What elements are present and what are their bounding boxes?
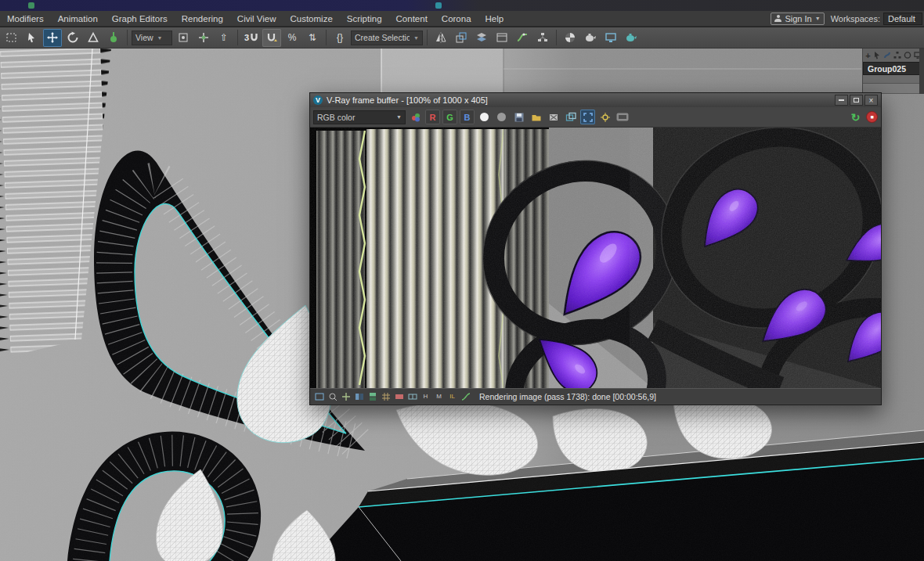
region-render-button[interactable] [580,110,595,124]
align-button[interactable] [452,29,471,47]
select-rotate-button[interactable] [63,29,82,47]
pixel-aspect-icon[interactable] [406,390,418,402]
menu-customize[interactable]: Customize [283,11,339,27]
use-pivot-center-button[interactable] [174,29,193,47]
maximize-button[interactable] [850,95,863,106]
tab-hierarchy-icon[interactable] [893,51,901,60]
tab-modify-icon[interactable] [883,51,891,60]
tab-motion-icon[interactable] [904,51,911,60]
rendered-frame-window-button[interactable] [601,29,620,47]
menu-scripting[interactable]: Scripting [340,11,389,27]
fit-view-icon[interactable] [313,390,325,402]
vfb-titlebar[interactable]: V V-Ray frame buffer - [100% of 1000 x 4… [310,93,881,107]
alpha-channel-button[interactable] [477,110,492,124]
vray-frame-buffer-window: V V-Ray frame buffer - [100% of 1000 x 4… [309,92,882,405]
il-channel-icon[interactable]: IL [446,390,458,402]
grid-icon[interactable] [380,390,392,402]
blue-channel-button[interactable]: B [460,110,475,124]
command-panel-scrollbar[interactable] [919,49,924,94]
menu-graph-editors[interactable]: Graph Editors [105,11,175,27]
tab-create-icon[interactable] [873,51,881,60]
vfb-window-title: V-Ray frame buffer - [100% of 1000 x 405… [327,95,488,105]
sign-in-button[interactable]: Sign In ▼ [771,13,824,25]
main-toolbar: View ▼ ⇧ 3 % ⇅ {} Create Selection Se ▼ [0,27,924,49]
save-image-button[interactable] [511,110,526,124]
keyboard-shortcut-override-button[interactable]: ⇧ [215,29,233,47]
schematic-view-button[interactable] [533,29,552,47]
layer-explorer-button[interactable] [472,29,491,47]
add-tab-icon[interactable]: + [865,51,871,60]
minimize-button[interactable] [835,95,848,106]
monochrome-button[interactable] [494,110,509,124]
render-production-button[interactable] [622,29,641,47]
edit-named-selection-sets-button[interactable]: {} [330,29,349,47]
select-place-button[interactable] [104,29,123,47]
select-move-button[interactable] [43,29,62,47]
load-image-button[interactable] [529,110,543,124]
close-button[interactable]: × [864,95,878,106]
h-channel-icon[interactable]: H [420,390,431,402]
percent-snap-button[interactable]: % [283,29,301,47]
workspace-dropdown[interactable]: Default [883,13,922,25]
menu-animation[interactable]: Animation [51,11,105,27]
render-last-button[interactable]: ↻ [848,110,863,124]
pan-icon[interactable] [340,390,352,402]
angle-snap-button[interactable] [262,29,281,47]
stop-render-button[interactable]: ■ [866,111,878,123]
m-channel-icon[interactable]: M [433,390,445,402]
selection-region-button[interactable] [2,29,21,47]
object-name-field[interactable]: Group025 [863,62,924,75]
vfb-channel-value: RGB color [317,113,355,122]
stamp-icon[interactable] [615,110,630,124]
snap-3-label: 3 [244,33,249,42]
menu-content[interactable]: Content [389,11,435,27]
srgb-icon[interactable] [460,390,471,402]
red-channel-button[interactable]: R [425,110,440,124]
clear-image-button[interactable] [546,110,561,124]
background-app-icon [28,2,34,9]
selection-set-value: Create Selection Se [355,33,410,42]
vfb-channel-dropdown[interactable]: RGB color ▼ [313,110,406,124]
color-sampler-icon[interactable] [408,110,423,124]
menu-civil-view[interactable]: Civil View [230,11,283,27]
snap-toggle-3d-button[interactable]: 3 [242,29,261,47]
duplicate-to-host-button[interactable] [563,110,578,124]
background-window-strip [0,0,924,11]
curve-editor-button[interactable] [513,29,532,47]
user-icon [774,15,781,22]
chevron-down-icon: ▼ [396,114,402,120]
select-and-manipulate-button[interactable] [194,29,213,47]
compare-horizontal-icon[interactable] [353,390,365,402]
spinner-snap-button[interactable]: ⇅ [303,29,322,47]
sign-in-label: Sign In [785,14,811,23]
toolbar-separator [427,30,428,45]
material-editor-button[interactable] [561,29,579,47]
named-selection-sets-dropdown[interactable]: Create Selection Se ▼ [351,31,423,45]
track-mouse-button[interactable] [597,110,612,124]
chevron-down-icon[interactable]: ▼ [815,16,821,21]
toolbar-separator [326,30,327,45]
reference-coordinate-dropdown[interactable]: View ▼ [132,31,172,45]
menu-rendering[interactable]: Rendering [175,11,230,27]
mirror-button[interactable] [431,29,450,47]
render-setup-button[interactable] [581,29,600,47]
command-panel-tabs: + [863,49,924,62]
select-object-button[interactable] [23,29,42,47]
select-scale-button[interactable] [84,29,103,47]
vfb-rendered-image[interactable] [310,128,881,388]
menubar: Modifiers Animation Graph Editors Render… [0,11,924,27]
green-channel-button[interactable]: G [442,110,457,124]
menu-help[interactable]: Help [478,11,511,27]
compare-vertical-icon[interactable] [366,390,378,402]
chevron-down-icon: ▼ [413,35,419,41]
menu-corona[interactable]: Corona [435,11,478,27]
chevron-down-icon: ▼ [157,35,163,41]
zoom-100-icon[interactable] [327,390,338,402]
menu-modifiers[interactable]: Modifiers [0,11,51,27]
ribbon-toggle-button[interactable] [493,29,511,47]
workspaces-label: Workspaces: [831,14,880,23]
background-tab-icon [435,2,442,9]
vray-logo-icon: V [313,95,323,105]
modifier-list-strip[interactable] [863,75,924,84]
color-clamp-icon[interactable] [393,390,405,402]
